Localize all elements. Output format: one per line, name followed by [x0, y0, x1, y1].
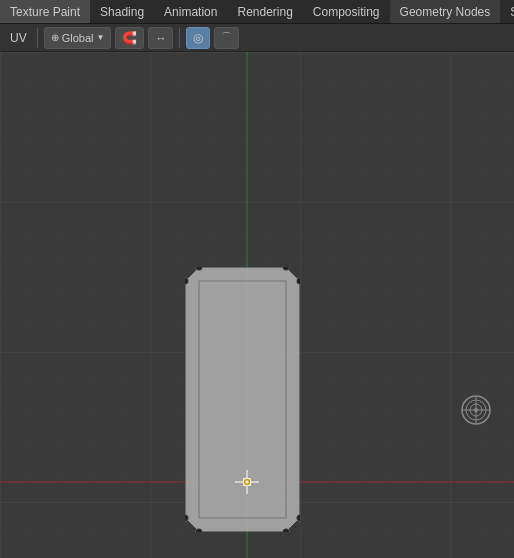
origin-indicator	[235, 470, 259, 494]
menu-bar: Texture Paint Shading Animation Renderin…	[0, 0, 514, 24]
falloff-icon: ⌒	[221, 30, 232, 45]
toolbar-separator-2	[179, 28, 180, 48]
snap-button[interactable]: 🧲	[115, 27, 144, 49]
transform-label: Global	[62, 32, 94, 44]
dropdown-arrow-icon: ▼	[96, 33, 104, 42]
svg-point-23	[246, 481, 249, 484]
falloff-button[interactable]: ⌒	[214, 27, 239, 49]
mirror-icon: ↔	[155, 32, 166, 44]
menu-rendering[interactable]: Rendering	[227, 0, 302, 23]
menu-compositing[interactable]: Compositing	[303, 0, 390, 23]
toolbar-separator-1	[37, 28, 38, 48]
menu-extra[interactable]: S	[500, 0, 514, 23]
toolbar: UV ⊕ Global ▼ 🧲 ↔ ◎ ⌒	[0, 24, 514, 52]
nav-widget[interactable]	[458, 392, 494, 428]
snap-icon: 🧲	[122, 31, 137, 45]
menu-shading[interactable]: Shading	[90, 0, 154, 23]
proportional-icon: ◎	[193, 31, 203, 45]
menu-geometry-nodes[interactable]: Geometry Nodes	[390, 0, 501, 23]
pivot-icon: ⊕	[51, 32, 59, 43]
transform-pivot-button[interactable]: ⊕ Global ▼	[44, 27, 112, 49]
svg-point-29	[474, 408, 478, 412]
mirror-button[interactable]: ↔	[148, 27, 173, 49]
viewport[interactable]	[0, 52, 514, 558]
menu-texture-paint[interactable]: Texture Paint	[0, 0, 90, 23]
menu-animation[interactable]: Animation	[154, 0, 227, 23]
uv-label: UV	[6, 31, 31, 45]
proportional-edit-button[interactable]: ◎	[186, 27, 210, 49]
